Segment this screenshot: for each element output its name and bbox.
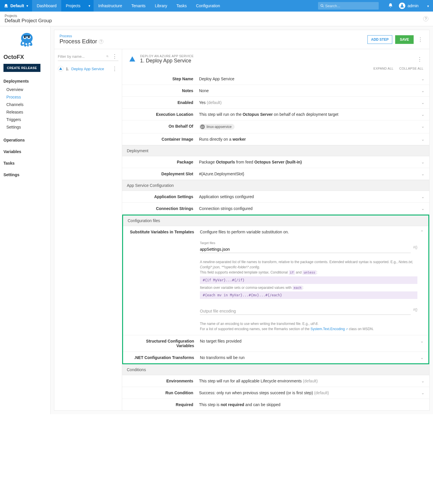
bell-icon [388, 3, 393, 8]
encoding-docs-link[interactable]: System.Text.Encoding [311, 327, 348, 331]
help-icon[interactable]: ? [99, 39, 103, 44]
chevron-down-icon: ⌄ [421, 88, 425, 93]
sidebar-item-triggers[interactable]: Triggers [3, 116, 50, 123]
row-step-name[interactable]: Step Name Deploy App Service ⌄ [122, 73, 429, 85]
step-detail: DEPLOY AN AZURE APP SERVICE 1. Deploy Ap… [122, 49, 429, 410]
chevron-down-icon: ⌄ [421, 160, 425, 164]
row-substitute-variables: Substitute Variables in Templates Config… [123, 226, 428, 335]
chevron-down-icon: ⌄ [421, 77, 425, 81]
sidebar-head-tasks[interactable]: Tasks [3, 161, 50, 165]
svg-point-0 [5, 4, 8, 7]
row-connection-strings[interactable]: Connection Strings Connection strings co… [122, 203, 429, 215]
target-tag: 🏷linux-appservice [199, 124, 235, 130]
steps-list: ⋮ 1. Deploy App Service ⋮ [54, 49, 122, 410]
chevron-down-icon: ⌄ [421, 172, 425, 176]
create-release-button[interactable]: CREATE RELEASE [3, 64, 40, 72]
chevron-up-icon[interactable]: ⌃ [420, 230, 424, 234]
step-type-label: DEPLOY AN AZURE APP SERVICE [140, 54, 194, 58]
expand-all-button[interactable]: EXPAND ALL [373, 67, 393, 70]
row-net-config-transforms[interactable]: .NET Configuration Transforms No transfo… [123, 352, 428, 363]
nav-tenants[interactable]: Tenants [127, 0, 150, 12]
target-files-input[interactable] [200, 246, 411, 253]
user-menu[interactable]: admin [397, 3, 423, 9]
step-name-link[interactable]: Deploy App Service [71, 67, 104, 71]
row-container-image[interactable]: Container Image Runs directly on a worke… [122, 133, 429, 145]
tag-icon: 🏷 [200, 124, 205, 129]
chevron-down-icon: ⌄ [421, 112, 425, 117]
output-encoding-input[interactable] [200, 308, 411, 315]
chevron-down-icon: ⌄ [421, 137, 425, 142]
step-list-menu[interactable]: ⋮ [111, 53, 118, 59]
help-icon[interactable]: ? [423, 16, 428, 21]
project-name: OctoFX [3, 54, 50, 60]
sidebar-item-settings[interactable]: Settings [3, 123, 50, 131]
breadcrumb: Projects Default Project Group ? [0, 12, 433, 26]
sidebar-head-settings[interactable]: Settings [3, 172, 50, 177]
sidebar-item-overview[interactable]: Overview [3, 86, 50, 93]
nav-tasks[interactable]: Tasks [172, 0, 192, 12]
avatar-icon [399, 3, 405, 9]
row-structured-config-variables[interactable]: Structured Configuration Variables No ta… [123, 335, 428, 352]
breadcrumb-parent[interactable]: Projects [5, 14, 52, 18]
row-environments[interactable]: Environments This step will run for all … [122, 375, 429, 387]
chevron-down-icon: ⌄ [420, 355, 424, 360]
nav-projects-dropdown[interactable]: ▼ [85, 0, 94, 12]
row-application-settings[interactable]: Application Settings Application setting… [122, 191, 429, 203]
nav-infrastructure[interactable]: Infrastructure [94, 0, 127, 12]
global-search[interactable] [318, 2, 379, 10]
sidebar-item-process[interactable]: Process [3, 93, 50, 101]
user-dropdown[interactable]: ▼ [423, 3, 433, 8]
chevron-down-icon: ⌄ [420, 339, 424, 343]
variable-token-button[interactable]: #{} [413, 308, 417, 312]
chevron-down-icon: ⌄ [421, 100, 425, 105]
sidebar-head-deployments[interactable]: Deployments [3, 79, 50, 83]
sidebar-item-channels[interactable]: Channels [3, 101, 50, 108]
search-input[interactable] [325, 4, 376, 8]
row-on-behalf-of[interactable]: On Behalf Of 🏷linux-appservice ⌄ [122, 120, 429, 133]
page-title: Process Editor [60, 38, 97, 45]
row-notes[interactable]: Notes None ⌄ [122, 85, 429, 97]
chevron-down-icon: ▼ [88, 4, 91, 8]
overflow-menu[interactable]: ⋮ [417, 36, 424, 43]
project-sidebar: OctoFX CREATE RELEASE Deployments Overvi… [0, 26, 51, 414]
step-list-item[interactable]: 1. Deploy App Service ⋮ [58, 64, 118, 73]
add-step-button[interactable]: ADD STEP [367, 35, 393, 44]
save-button[interactable]: SAVE [395, 35, 414, 44]
highlighted-section: Configuration files Substitute Variables… [122, 215, 429, 364]
space-switcher[interactable]: Default ▼ [0, 0, 32, 12]
row-package[interactable]: Package Package Octopurls from feed Octo… [122, 156, 429, 168]
row-run-condition[interactable]: Run Condition Success: only run when pre… [122, 387, 429, 399]
row-required[interactable]: Required This step is not required and c… [122, 399, 429, 410]
variable-token-button[interactable]: #{} [413, 245, 417, 249]
octopus-illustration-icon [17, 31, 37, 48]
nav-dashboard[interactable]: Dashboard [32, 0, 61, 12]
chevron-down-icon: ⌄ [421, 194, 425, 199]
search-icon [106, 54, 109, 59]
nav-library[interactable]: Library [150, 0, 172, 12]
row-execution-location[interactable]: Execution Location This step will run on… [122, 109, 429, 120]
row-deployment-slot[interactable]: Deployment Slot #{Azure.DeploymentSlot} … [122, 168, 429, 180]
editor-breadcrumb[interactable]: Process [60, 34, 103, 38]
azure-icon [128, 55, 137, 64]
svg-point-3 [401, 4, 403, 6]
step-filter-input[interactable] [58, 54, 106, 59]
step-number: 1. [66, 67, 69, 71]
step-detail-menu[interactable]: ⋮ [416, 56, 423, 62]
row-enabled[interactable]: Enabled Yes (default) ⌄ [122, 97, 429, 109]
code-example: #{if MyVar}...#{/if} [200, 276, 417, 284]
chevron-down-icon: ▼ [26, 4, 29, 8]
sidebar-head-operations[interactable]: Operations [3, 138, 50, 142]
search-icon [320, 4, 324, 8]
nav-configuration[interactable]: Configuration [191, 0, 224, 12]
step-detail-title: 1. Deploy App Service [140, 58, 194, 64]
nav-projects[interactable]: Projects [61, 0, 85, 12]
sidebar-item-releases[interactable]: Releases [3, 108, 50, 116]
chevron-down-icon: ⌄ [421, 379, 425, 383]
editor-header: Process Process Editor? ADD STEP SAVE ⋮ [54, 30, 429, 49]
notifications-button[interactable] [384, 3, 397, 9]
step-item-menu[interactable]: ⋮ [111, 66, 118, 72]
sidebar-head-variables[interactable]: Variables [3, 149, 50, 154]
chevron-down-icon: ⌄ [421, 390, 425, 395]
project-logo [3, 31, 50, 49]
collapse-all-button[interactable]: COLLAPSE ALL [399, 67, 423, 70]
